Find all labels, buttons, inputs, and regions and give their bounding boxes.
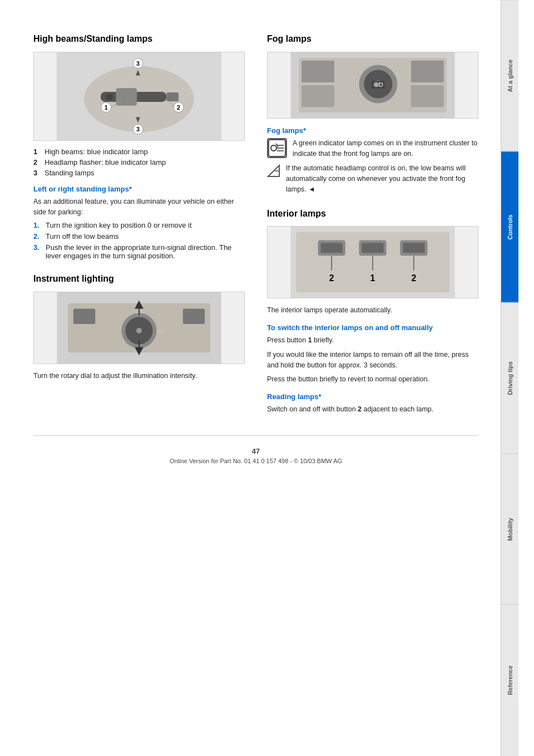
fog-symbol-svg	[268, 139, 286, 157]
right-column: Fog lamps ⊕D	[267, 33, 478, 419]
svg-rect-4	[106, 94, 113, 100]
switch-step-1: Press button 1 briefly.	[267, 335, 478, 346]
svg-rect-28	[183, 309, 205, 325]
switch-interior-title: To switch the interior lamps on and off …	[267, 323, 478, 332]
left-right-lamps-title: Left or right standing lamps*	[33, 185, 245, 193]
svg-rect-54	[362, 243, 383, 253]
fog-svg: ⊕D	[268, 52, 478, 118]
svg-text:3: 3	[136, 60, 140, 66]
reading-lamps-text: Switch on and off with button 2 adjacent…	[267, 404, 478, 415]
list-item-3: 3 Standing lamps	[33, 169, 245, 177]
step-3: 3. Push the lever in the appropriate tur…	[33, 243, 245, 260]
svg-rect-27	[73, 309, 95, 325]
switch-step-3: Press the button briefly to revert to no…	[267, 374, 478, 385]
svg-rect-52	[320, 243, 342, 253]
fog-icon-description: A green indicator lamp comes on in the i…	[293, 138, 478, 159]
footer-text: Online Version for Part No. 01 41 0 157 …	[33, 458, 478, 464]
button-1-bold: 1	[308, 336, 312, 344]
triangle-icon	[267, 164, 280, 178]
fog-lamps-diagram: ⊕D	[267, 52, 478, 119]
tab-reference[interactable]: Reference	[501, 605, 518, 756]
step-1: 1. Turn the ignition key to position 0 o…	[33, 221, 245, 229]
page-footer: 47 Online Version for Part No. 01 41 0 1…	[33, 435, 478, 470]
svg-rect-38	[301, 85, 334, 107]
tab-controls[interactable]: Controls	[501, 151, 518, 303]
reading-lamps-title: Reading lamps*	[267, 392, 478, 401]
auto-headlamp-row: If the automatic headlamp control is on,…	[267, 163, 478, 194]
interior-svg: 2 1 2	[268, 227, 478, 298]
list-item-1: 1 High beams: blue indicator lamp	[33, 148, 245, 156]
tab-at-a-glance[interactable]: At a glance	[501, 0, 518, 151]
instrument-lighting-diagram: ⊕D	[33, 292, 245, 364]
svg-rect-37	[301, 61, 334, 82]
svg-text:1: 1	[370, 274, 375, 283]
button-2-bold: 2	[358, 405, 362, 413]
svg-rect-40	[411, 85, 444, 107]
svg-text:2: 2	[329, 274, 334, 283]
switch-step-2: If you would like the interior lamps to …	[267, 350, 478, 371]
interior-auto-text: The interior lamps operate automatically…	[267, 305, 478, 316]
instrument-svg: ⊕D	[34, 292, 244, 364]
svg-text:⊕D: ⊕D	[157, 328, 165, 335]
fog-icon-row: A green indicator lamp comes on in the i…	[267, 138, 478, 159]
high-beams-svg: 1 2 3 3	[34, 52, 244, 140]
left-right-intro: As an additional feature, you can illumi…	[33, 197, 245, 218]
main-content: High beams/Standing lamps	[0, 0, 501, 756]
svg-rect-3	[116, 88, 137, 106]
fog-lamps-subsection-title: Fog lamps*	[267, 126, 478, 135]
interior-lamps-diagram: 2 1 2	[267, 226, 478, 298]
interior-lamps-title: Interior lamps	[267, 208, 478, 220]
instrument-caption: Turn the rotary dial to adjust the illum…	[33, 371, 245, 381]
auto-headlamp-description: If the automatic headlamp control is on,…	[286, 163, 478, 194]
svg-text:1: 1	[105, 104, 108, 110]
standing-lamps-steps: 1. Turn the ignition key to position 0 o…	[33, 221, 245, 260]
svg-text:2: 2	[177, 104, 180, 110]
svg-text:3: 3	[136, 126, 140, 132]
svg-rect-39	[411, 61, 444, 82]
svg-text:⊕D: ⊕D	[373, 81, 384, 89]
sidebar-tabs: At a glance Controls Driving tips Mobili…	[501, 0, 518, 756]
svg-rect-56	[403, 243, 424, 253]
svg-text:2: 2	[411, 274, 416, 283]
fog-indicator-icon	[267, 138, 287, 158]
list-item-2: 2 Headlamp flasher: blue indicator lamp	[33, 158, 245, 166]
fog-lamps-title: Fog lamps	[267, 33, 478, 45]
tab-mobility[interactable]: Mobility	[501, 454, 518, 605]
step-2: 2. Turn off the low beams	[33, 232, 245, 240]
svg-rect-5	[166, 92, 179, 101]
tab-driving-tips[interactable]: Driving tips	[501, 302, 518, 454]
high-beams-list: 1 High beams: blue indicator lamp 2 Head…	[33, 148, 245, 177]
high-beams-title: High beams/Standing lamps	[33, 33, 245, 45]
page-number: 47	[33, 447, 478, 455]
high-beams-diagram: 1 2 3 3	[33, 52, 245, 141]
left-column: High beams/Standing lamps	[33, 33, 245, 419]
svg-point-42	[271, 145, 276, 151]
instrument-lighting-title: Instrument lighting	[33, 273, 245, 285]
svg-point-22	[136, 328, 142, 333]
